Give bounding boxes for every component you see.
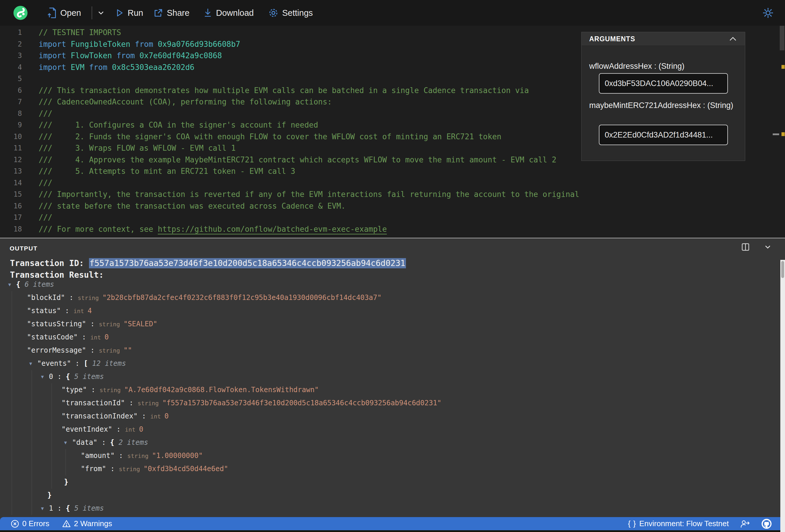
collapse-triangle-icon[interactable]: ▼ <box>8 278 16 291</box>
chevron-down-icon <box>97 8 105 17</box>
json-token-typ: string <box>99 321 124 328</box>
json-token-key: "from" <box>81 465 106 473</box>
warning-triangle-icon <box>62 520 71 528</box>
json-token-punc: } <box>47 491 52 499</box>
flow-logo[interactable] <box>14 6 27 20</box>
json-token-val: "0xfd3b4cd50d44e6ed" <box>144 465 228 473</box>
transaction-id-value[interactable]: f557a1573b76aa53e73d46f3e10d200d5c18a653… <box>89 258 406 268</box>
code-line[interactable]: 14/// <box>0 177 778 189</box>
json-token-key: "transactionId" <box>61 399 125 407</box>
errors-status[interactable]: 0 Errors <box>10 519 49 528</box>
logo-swirl <box>18 9 24 17</box>
share-button[interactable]: Share <box>153 0 189 26</box>
split-editor-icon[interactable] <box>741 243 750 251</box>
json-tree-row: ▼0 : { 5 items <box>0 370 779 383</box>
arguments-title: ARGUMENTS <box>589 35 635 43</box>
toolbar-divider <box>92 6 92 19</box>
code-token-kw: from <box>117 51 139 60</box>
code-token-kw: import <box>39 40 71 49</box>
json-result-tree: ▼{ 6 items"blockId" : string "2b28cbfb87… <box>0 278 779 528</box>
json-token-typ: int <box>150 413 164 420</box>
code-token-comment: /// state before the transaction was exe… <box>39 202 346 210</box>
code-token-type: 0x7e60df042a9c0868 <box>139 51 222 60</box>
json-token-sep: : <box>112 425 125 433</box>
code-line[interactable]: 15/// Importantly, the transaction is re… <box>0 189 778 200</box>
code-token-comment: /// 1. Configures a COA in the signer's … <box>39 121 318 129</box>
collapse-triangle-icon[interactable]: ▼ <box>29 357 37 370</box>
status-bar: 0 Errors 2 Warnings { } Environment: Flo… <box>0 517 785 530</box>
json-token-sep: : <box>86 320 99 328</box>
json-token-key: "status" <box>27 307 61 315</box>
output-scrollbar-thumb[interactable] <box>781 261 784 278</box>
line-number: 13 <box>0 166 22 177</box>
json-token-key: "amount" <box>81 452 115 460</box>
code-token-type: EVM <box>71 63 89 72</box>
json-token-sep: : <box>78 333 90 341</box>
code-token-kw: import <box>39 63 71 72</box>
code-text: import FungibleToken from 0x9a0766d93b66… <box>39 39 240 50</box>
json-token-items: 2 items <box>119 438 148 447</box>
json-token-punc: { <box>16 280 25 288</box>
json-token-val: "A.7e60df042a9c0868.FlowToken.TokensWith… <box>124 386 319 394</box>
collapse-output-chevron-icon[interactable] <box>763 243 772 251</box>
argument-input-wflow[interactable] <box>599 73 728 94</box>
download-button[interactable]: Download <box>203 0 254 26</box>
line-number: 17 <box>0 212 22 224</box>
line-number: 5 <box>0 73 22 85</box>
environment-status[interactable]: { } Environment: Flow Testnet <box>628 519 729 528</box>
line-number: 3 <box>0 50 22 62</box>
open-dropdown-button[interactable] <box>97 0 105 26</box>
download-icon <box>203 8 212 18</box>
code-token-comment: /// 5. Attempts to mint an ERC721 token … <box>39 167 295 176</box>
code-line[interactable]: 16/// state before the transaction was e… <box>0 200 778 212</box>
code-link[interactable]: https://github.com/onflow/batched-evm-ex… <box>158 225 387 233</box>
code-line[interactable]: 13/// 5. Attempts to mint an ERC721 toke… <box>0 166 778 177</box>
settings-gear-icon <box>268 8 279 18</box>
theme-toggle-button[interactable] <box>762 0 774 26</box>
feedback-person-icon[interactable] <box>740 519 750 529</box>
json-token-key: "transactionIndex" <box>61 412 137 420</box>
open-button[interactable]: Open <box>47 0 81 26</box>
code-text: /// 1. Configures a COA in the signer's … <box>39 119 318 131</box>
code-line[interactable]: 18/// For more context, see https://gith… <box>0 224 778 235</box>
editor-scrollbar[interactable] <box>780 26 784 50</box>
code-line[interactable]: 17/// <box>0 212 778 224</box>
json-tree-row: } <box>0 489 779 502</box>
arguments-header[interactable]: ARGUMENTS <box>582 32 745 46</box>
panel-divider[interactable] <box>0 237 785 238</box>
json-tree-row: "eventIndex" : int 0 <box>0 423 779 436</box>
run-play-icon <box>115 8 124 18</box>
settings-button[interactable]: Settings <box>268 0 313 26</box>
braces-icon: { } <box>628 519 637 528</box>
run-button[interactable]: Run <box>115 0 143 26</box>
code-text: /// 4. Approves the example MaybeMintERC… <box>39 154 556 166</box>
json-token-val: "SEALED" <box>124 320 157 328</box>
json-token-typ: string <box>137 400 162 407</box>
warnings-status[interactable]: 2 Warnings <box>62 519 112 528</box>
argument-input-maybemint[interactable] <box>599 125 728 145</box>
json-token-val: "1.00000000" <box>152 452 203 460</box>
json-token-items: 12 items <box>92 359 126 368</box>
json-tree-row: "type" : string "A.7e60df042a9c0868.Flow… <box>0 383 779 397</box>
collapse-triangle-icon[interactable]: ▼ <box>64 436 72 449</box>
json-token-val: 0 <box>164 412 169 420</box>
line-number: 9 <box>0 119 22 131</box>
json-token-sep: : <box>71 359 84 368</box>
collapse-triangle-icon[interactable]: ▼ <box>41 502 49 515</box>
run-label: Run <box>128 8 143 18</box>
output-scrollbar-track[interactable] <box>780 260 785 532</box>
json-token-sep: : <box>115 452 127 460</box>
github-icon[interactable] <box>761 518 772 529</box>
download-label: Download <box>216 8 254 18</box>
overview-cursor-marker <box>773 133 779 135</box>
chevron-up-icon[interactable] <box>729 36 737 42</box>
share-label: Share <box>167 8 189 18</box>
json-token-key: "eventIndex" <box>61 425 112 433</box>
collapse-triangle-icon[interactable]: ▼ <box>41 370 49 383</box>
json-token-val: "f557a1573b76aa53e73d46f3e10d200d5c18a65… <box>162 399 441 407</box>
json-tree-row: "transactionId" : string "f557a1573b76aa… <box>0 397 779 410</box>
json-token-key: "errorMessage" <box>27 346 86 354</box>
json-token-sep: : <box>87 386 100 394</box>
warning-marker <box>782 65 785 69</box>
json-token-typ: string <box>78 295 102 301</box>
